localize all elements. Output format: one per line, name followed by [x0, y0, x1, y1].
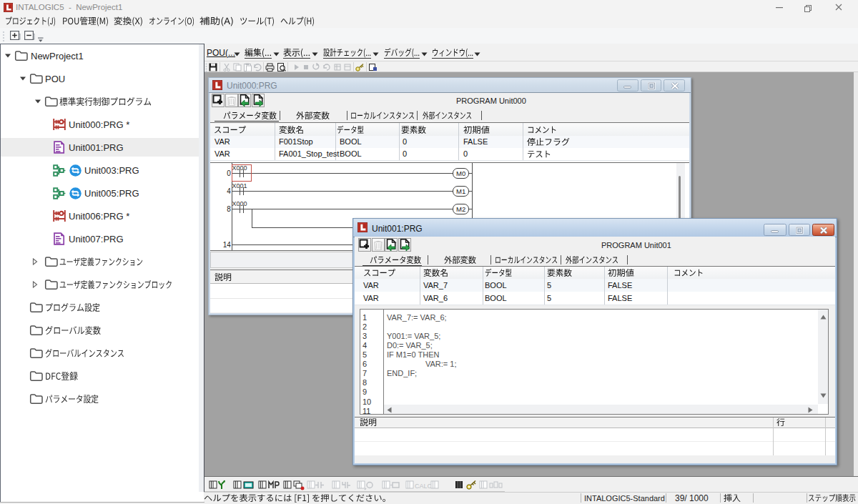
- svg-text:CALC: CALC: [415, 483, 433, 490]
